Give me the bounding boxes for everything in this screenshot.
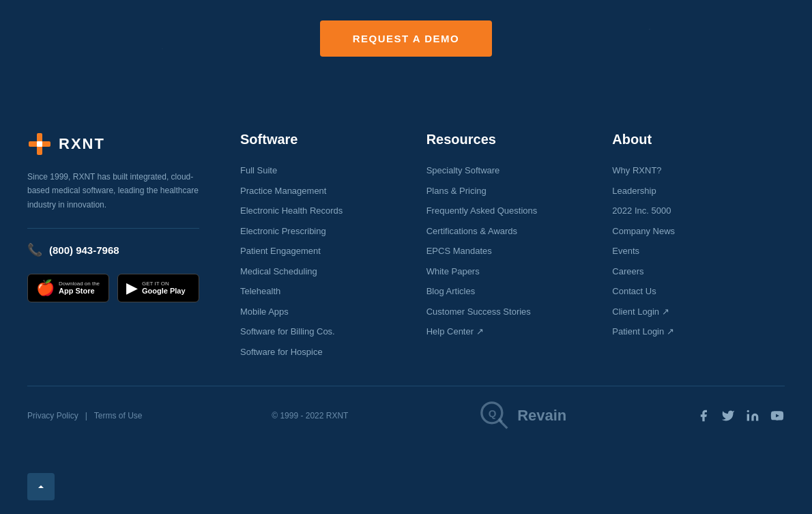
list-item: Patient Login ↗ — [612, 325, 771, 339]
resources-link[interactable]: Certifications & Awards — [426, 226, 517, 236]
terms-of-use-link[interactable]: Terms of Use — [94, 411, 143, 420]
resources-link[interactable]: Customer Success Stories — [426, 306, 531, 317]
list-item: Mobile Apps — [240, 305, 399, 319]
request-demo-button[interactable]: REQUEST A DEMO — [320, 20, 493, 57]
resources-link[interactable]: Plans & Pricing — [426, 186, 487, 196]
phone-number: (800) 943-7968 — [49, 244, 119, 256]
resources-link[interactable]: Help Center ↗ — [426, 326, 484, 337]
list-item: Plans & Pricing — [426, 184, 585, 198]
google-play-sub: GET IT ON — [142, 281, 186, 287]
software-link[interactable]: Telehealth — [240, 286, 280, 296]
rxnt-logo-icon — [27, 132, 52, 156]
svg-text:Q: Q — [489, 408, 497, 419]
software-link[interactable]: Software for Hospice — [240, 347, 323, 357]
footer-brand: RXNT Since 1999, RXNT has built integrat… — [27, 132, 227, 358]
svg-point-7 — [747, 410, 749, 412]
resources-link[interactable]: Specialty Software — [426, 165, 500, 175]
about-link[interactable]: Company News — [612, 226, 675, 236]
footer-bottom: Privacy Policy | Terms of Use © 1999 - 2… — [27, 386, 785, 445]
google-play-badge[interactable]: ▶ GET IT ON Google Play — [117, 274, 199, 302]
footer-legal: Privacy Policy | Terms of Use — [27, 411, 143, 420]
facebook-icon[interactable] — [696, 408, 711, 423]
software-link[interactable]: Electronic Prescribing — [240, 226, 326, 236]
about-title: About — [612, 132, 771, 147]
software-title: Software — [240, 132, 399, 147]
about-link[interactable]: 2022 Inc. 5000 — [612, 205, 671, 216]
list-item: Company News — [612, 225, 771, 238]
about-link[interactable]: Leadership — [612, 186, 656, 196]
twitter-icon[interactable] — [721, 408, 736, 423]
about-link[interactable]: Client Login ↗ — [612, 306, 669, 317]
list-item: Electronic Prescribing — [240, 225, 399, 238]
list-item: Customer Success Stories — [426, 305, 585, 319]
software-link[interactable]: Full Suite — [240, 165, 277, 175]
brand-description: Since 1999, RXNT has built integrated, c… — [27, 170, 199, 212]
list-item: Why RXNT? — [612, 164, 771, 177]
about-column: About Why RXNT?Leadership2022 Inc. 5000C… — [598, 132, 785, 358]
legal-separator: | — [85, 411, 87, 420]
list-item: 2022 Inc. 5000 — [612, 204, 771, 218]
phone-icon: 📞 — [27, 242, 42, 257]
list-item: Leadership — [612, 184, 771, 198]
apple-icon: 🍎 — [36, 279, 55, 297]
resources-link[interactable]: White Papers — [426, 266, 480, 276]
about-link[interactable]: Patient Login ↗ — [612, 326, 674, 337]
list-item: White Papers — [426, 265, 585, 279]
list-item: Specialty Software — [426, 164, 585, 177]
software-link[interactable]: Electronic Health Records — [240, 205, 343, 216]
social-icons — [696, 408, 785, 423]
footer-columns: Software Full SuitePractice ManagementEl… — [227, 132, 785, 358]
app-store-badge[interactable]: 🍎 Download on the App Store — [27, 274, 109, 302]
list-item: Full Suite — [240, 164, 399, 177]
list-item: Events — [612, 244, 771, 258]
resources-link[interactable]: Blog Articles — [426, 286, 476, 296]
software-link[interactable]: Medical Scheduling — [240, 266, 317, 276]
revain-section: Q Revain — [478, 399, 566, 433]
list-item: Blog Articles — [426, 285, 585, 298]
resources-column: Resources Specialty SoftwarePlans & Pric… — [413, 132, 599, 358]
app-badges: 🍎 Download on the App Store ▶ GET IT ON … — [27, 274, 199, 302]
software-link[interactable]: Software for Billing Cos. — [240, 326, 335, 337]
software-link[interactable]: Patient Engagement — [240, 246, 321, 256]
list-item: Software for Billing Cos. — [240, 325, 399, 339]
revain-icon: Q — [478, 399, 512, 433]
resources-link[interactable]: Frequently Asked Questions — [426, 205, 538, 216]
list-item: Frequently Asked Questions — [426, 204, 585, 218]
resources-link[interactable]: EPCS Mandates — [426, 246, 492, 256]
svg-rect-2 — [37, 141, 42, 147]
about-link[interactable]: Careers — [612, 266, 643, 276]
list-item: Telehealth — [240, 285, 399, 298]
list-item: Electronic Health Records — [240, 204, 399, 218]
linkedin-icon[interactable] — [745, 408, 760, 423]
revain-logo: Q Revain — [478, 399, 566, 433]
resources-links: Specialty SoftwarePlans & PricingFrequen… — [426, 164, 585, 339]
software-links: Full SuitePractice ManagementElectronic … — [240, 164, 399, 358]
list-item: Help Center ↗ — [426, 325, 585, 339]
list-item: Certifications & Awards — [426, 225, 585, 238]
about-link[interactable]: Why RXNT? — [612, 165, 661, 175]
revain-text: Revain — [517, 407, 566, 425]
youtube-icon[interactable] — [770, 408, 785, 423]
about-link[interactable]: Events — [612, 246, 639, 256]
list-item: Patient Engagement — [240, 244, 399, 258]
list-item: Client Login ↗ — [612, 305, 771, 319]
resources-title: Resources — [426, 132, 585, 147]
google-play-name: Google Play — [142, 287, 186, 296]
about-links: Why RXNT?Leadership2022 Inc. 5000Company… — [612, 164, 771, 339]
app-store-sub: Download on the — [59, 281, 100, 287]
list-item: Medical Scheduling — [240, 265, 399, 279]
list-item: Careers — [612, 265, 771, 279]
copyright: © 1999 - 2022 RXNT — [272, 411, 348, 420]
list-item: Software for Hospice — [240, 345, 399, 359]
software-link[interactable]: Practice Management — [240, 186, 326, 196]
footer: RXNT Since 1999, RXNT has built integrat… — [0, 98, 812, 445]
list-item: EPCS Mandates — [426, 244, 585, 258]
software-link[interactable]: Mobile Apps — [240, 306, 289, 317]
list-item: Practice Management — [240, 184, 399, 198]
google-play-icon: ▶ — [126, 279, 138, 297]
about-link[interactable]: Contact Us — [612, 286, 656, 296]
privacy-policy-link[interactable]: Privacy Policy — [27, 411, 78, 420]
list-item: Contact Us — [612, 285, 771, 298]
phone-row: 📞 (800) 943-7968 — [27, 242, 199, 257]
scroll-top-button[interactable] — [27, 473, 55, 500]
